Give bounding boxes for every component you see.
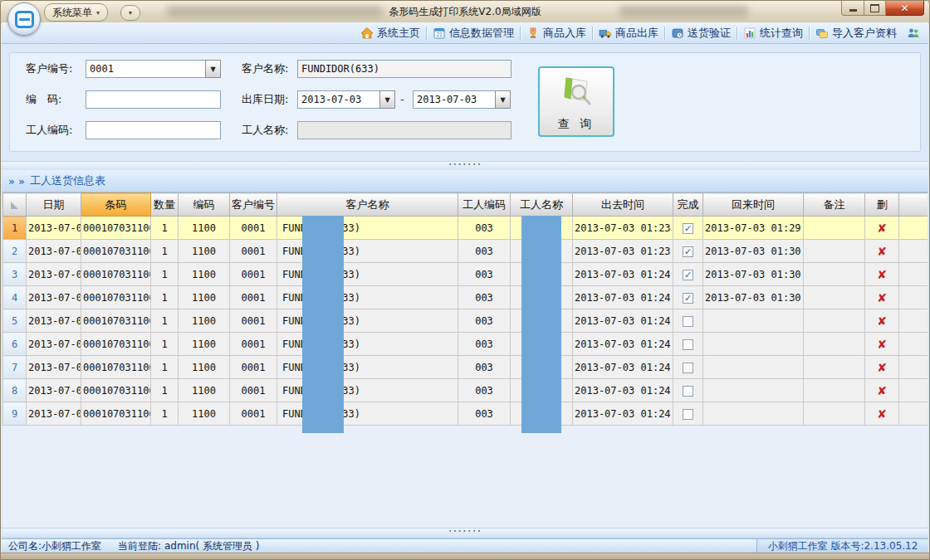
customer-no-label: 客户编号: — [26, 60, 72, 78]
app-orb-button[interactable] — [7, 2, 41, 36]
cell-out_time: 2013-07-03 01:23:57 — [573, 217, 673, 240]
query-button[interactable]: 查 询 — [538, 66, 614, 137]
worker-name-field[interactable] — [297, 121, 512, 139]
delete-button[interactable]: ✘ — [865, 309, 899, 333]
row-number[interactable]: 8 — [3, 379, 27, 402]
cell-worker_code: 003 — [458, 309, 511, 333]
table-row[interactable]: 22013-07-030001070311002111000001FUNDIDO… — [3, 240, 928, 263]
col-header-del[interactable]: 删 — [865, 193, 899, 217]
table-row[interactable]: 42013-07-030001070311004111000001FUNDIDO… — [3, 286, 928, 309]
toolbar-item-users[interactable] — [902, 23, 925, 43]
cell-barcode: 0001070311009 — [81, 402, 151, 426]
col-header-return_time[interactable]: 回来时间 — [703, 193, 804, 217]
delete-button[interactable]: ✘ — [865, 333, 899, 356]
cell-return_time: 2013-07-03 01:30:01 — [703, 240, 804, 263]
cell-remark — [804, 240, 865, 263]
cell-return_time: 2013-07-03 01:29:51 — [703, 217, 804, 240]
row-number[interactable]: 5 — [3, 309, 27, 333]
done-checkbox-checked[interactable]: ✓ — [683, 293, 693, 304]
cell-code: 1100 — [179, 217, 230, 240]
delete-button[interactable]: ✘ — [865, 379, 899, 402]
date-from-dropdown-button[interactable]: ▼ — [379, 90, 395, 109]
done-checkbox-checked[interactable]: ✓ — [683, 223, 693, 234]
cell-code: 1100 — [179, 333, 230, 356]
date-range-separator: - — [400, 93, 404, 105]
row-number[interactable]: 1 — [3, 217, 27, 240]
table-row[interactable]: 12013-07-030001070311001111000001FUNDIDO… — [3, 217, 928, 240]
horizontal-splitter[interactable]: ······· — [2, 528, 928, 538]
toolbar-separator — [520, 27, 521, 40]
cell-return_time: 2013-07-03 01:30:05 — [703, 286, 804, 309]
worker-code-label: 工人编码: — [26, 121, 72, 139]
toolbar-item-label: 导入客户资料 — [832, 26, 897, 41]
row-number[interactable]: 9 — [3, 402, 27, 426]
table-row[interactable]: 62013-07-030001070311006111000001FUNDIDO… — [3, 333, 928, 356]
col-header-worker_code[interactable]: 工人编码 — [458, 193, 511, 217]
cell-remark — [804, 286, 865, 309]
close-button[interactable]: ✕ — [886, 1, 924, 16]
cell-barcode: 0001070311008 — [81, 379, 151, 402]
col-header-code[interactable]: 编码 — [179, 193, 230, 217]
delete-button[interactable]: ✘ — [865, 240, 899, 263]
table-row[interactable]: 82013-07-030001070311008111000001FUNDIDO… — [3, 379, 928, 402]
chevron-down-icon: ▼ — [384, 96, 389, 104]
done-checkbox-unchecked[interactable] — [683, 316, 693, 327]
col-header-remark[interactable]: 备注 — [804, 193, 865, 217]
quick-access-more-button[interactable]: ▾ — [120, 5, 140, 21]
col-header-date[interactable]: 日期 — [27, 193, 81, 217]
delete-button[interactable]: ✘ — [865, 263, 899, 286]
customer-name-field[interactable] — [297, 60, 512, 78]
done-checkbox-checked[interactable]: ✓ — [683, 246, 693, 257]
row-filler — [899, 263, 928, 286]
row-number[interactable]: 7 — [3, 356, 27, 379]
done-checkbox-unchecked[interactable] — [683, 363, 693, 373]
toolbar-item-delivery-verify[interactable]: 送货验证 — [666, 23, 736, 43]
col-header-select-all[interactable] — [3, 193, 27, 217]
row-number[interactable]: 3 — [3, 263, 27, 286]
cell-worker_code: 003 — [458, 263, 511, 286]
table-row[interactable]: 32013-07-030001070311003111000001FUNDIDO… — [3, 263, 928, 286]
toolbar-item-goods-out[interactable]: 商品出库 — [594, 23, 663, 43]
code-field[interactable] — [86, 90, 221, 109]
col-header-worker_name[interactable]: 工人名称 — [511, 193, 573, 217]
col-header-out_time[interactable]: 出去时间 — [573, 193, 673, 217]
minimize-button[interactable] — [841, 1, 864, 16]
cell-remark — [804, 379, 865, 402]
table-row[interactable]: 72013-07-030001070311007111000001FUNDIDO… — [3, 356, 928, 379]
cell-code: 1100 — [179, 240, 230, 263]
restore-button[interactable] — [864, 1, 886, 16]
col-header-barcode[interactable]: 条码 — [81, 193, 151, 217]
customer-no-combo-input[interactable] — [86, 60, 221, 78]
done-checkbox-unchecked[interactable] — [683, 386, 693, 397]
table-row[interactable]: 92013-07-030001070311009111000001FUNDIDO… — [3, 402, 928, 426]
cell-customer_no: 0001 — [230, 333, 277, 356]
toolbar-item-import-customers[interactable]: 导入客户资料 — [810, 23, 902, 43]
col-header-qty[interactable]: 数量 — [151, 193, 179, 217]
row-number[interactable]: 6 — [3, 333, 27, 356]
done-checkbox-checked[interactable]: ✓ — [683, 270, 693, 280]
cell-out_time: 2013-07-03 01:23:59 — [573, 240, 673, 263]
done-checkbox-unchecked[interactable] — [683, 409, 693, 420]
worker-code-field[interactable] — [86, 121, 221, 139]
date-to-dropdown-button[interactable]: ▼ — [495, 90, 511, 109]
toolbar-item-goods-in[interactable]: 商品入库 — [521, 23, 591, 43]
chevron-down-icon: ▼ — [500, 96, 505, 104]
delete-button[interactable]: ✘ — [865, 356, 899, 379]
delete-button[interactable]: ✘ — [865, 286, 899, 309]
system-menu-button[interactable]: 系统菜单 ▾ — [44, 3, 108, 22]
customer-no-dropdown-button[interactable]: ▼ — [205, 60, 221, 78]
row-number[interactable]: 2 — [3, 240, 27, 263]
calendar-icon: 21 — [433, 27, 446, 40]
delete-button[interactable]: ✘ — [865, 217, 899, 240]
col-header-done[interactable]: 完成 — [673, 193, 703, 217]
delete-button[interactable]: ✘ — [865, 402, 899, 426]
table-row[interactable]: 52013-07-030001070311005111000001FUNDIDO… — [3, 309, 928, 333]
toolbar-item-data-management[interactable]: 21 信息数据管理 — [428, 23, 519, 43]
cell-done — [673, 379, 703, 402]
done-checkbox-unchecked[interactable] — [683, 339, 693, 350]
row-number[interactable]: 4 — [3, 286, 27, 309]
col-header-customer_name[interactable]: 客户名称 — [277, 193, 458, 217]
toolbar-item-stats-query[interactable]: 统计查询 — [738, 23, 808, 43]
col-header-customer_no[interactable]: 客户编号 — [230, 193, 277, 217]
toolbar-item-home[interactable]: 系统主页 — [355, 23, 425, 43]
